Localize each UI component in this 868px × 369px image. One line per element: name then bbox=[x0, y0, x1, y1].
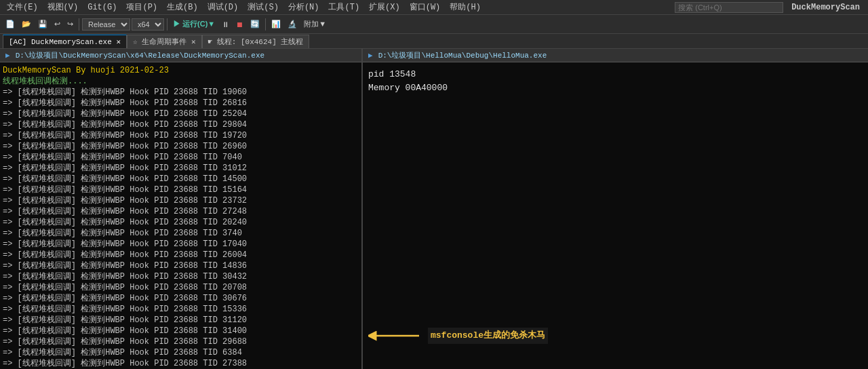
diag-button[interactable]: 🔬 bbox=[285, 18, 300, 30]
console-line: => [线程堆栈回调] 检测到HWBP Hook PID 23688 TID 3… bbox=[3, 163, 359, 174]
console-output[interactable]: DuckMemoryScan By huoji 2021-02-23线程堆栈回调… bbox=[0, 62, 361, 369]
console-line: => [线程堆栈回调] 检测到HWBP Hook PID 23688 TID 3… bbox=[3, 293, 359, 304]
console-line: => [线程堆栈回调] 检测到HWBP Hook PID 23688 TID 1… bbox=[3, 87, 359, 98]
toolbar-open[interactable]: 📂 bbox=[19, 18, 34, 30]
main-layout: ▶ D:\垃圾项目\DuckMemoryScan\x64\Release\Duc… bbox=[0, 49, 868, 369]
right-panel-titlebar: ▶ D:\垃圾项目\HelloMua\Debug\HelloMua.exe bbox=[363, 49, 868, 62]
console-line: => [线程堆栈回调] 检测到HWBP Hook PID 23688 TID 7… bbox=[3, 152, 359, 163]
search-input[interactable] bbox=[675, 2, 783, 13]
console-line: => [线程堆栈回调] 检测到HWBP Hook PID 23688 TID 2… bbox=[3, 195, 359, 206]
menu-window[interactable]: 窗口(W) bbox=[406, 0, 445, 14]
separator-3 bbox=[265, 18, 266, 31]
console-line: => [线程堆栈回调] 检测到HWBP Hook PID 23688 TID 1… bbox=[3, 130, 359, 141]
menu-analyze[interactable]: 分析(N) bbox=[284, 0, 323, 14]
toolbar-undo[interactable]: ↩ bbox=[52, 18, 63, 30]
menu-git[interactable]: Git(G) bbox=[83, 1, 121, 14]
menu-right: DuckMemoryScan bbox=[675, 2, 865, 13]
console-line: => [线程堆栈回调] 检测到HWBP Hook PID 23688 TID 2… bbox=[3, 358, 359, 369]
console-line: => [线程堆栈回调] 检测到HWBP Hook PID 23688 TID 2… bbox=[3, 250, 359, 260]
console-line: => [线程堆栈回调] 检测到HWBP Hook PID 23688 TID 2… bbox=[3, 206, 359, 217]
console-line: => [线程堆栈回调] 检测到HWBP Hook PID 23688 TID 2… bbox=[3, 282, 359, 293]
left-panel: ▶ D:\垃圾项目\DuckMemoryScan\x64\Release\Duc… bbox=[0, 49, 363, 369]
perf-button[interactable]: 📊 bbox=[269, 18, 283, 30]
menu-extensions[interactable]: 扩展(X) bbox=[365, 0, 404, 14]
separator-1 bbox=[79, 18, 79, 31]
annotation-text: msfconsole生成的免杀木马 bbox=[428, 328, 548, 344]
console-line: => [线程堆栈回调] 检测到HWBP Hook PID 23688 TID 1… bbox=[3, 239, 359, 250]
console-line: => [线程堆栈回调] 检测到HWBP Hook PID 23688 TID 2… bbox=[3, 217, 359, 228]
arrow-icon bbox=[368, 326, 422, 346]
menu-view[interactable]: 视图(V) bbox=[43, 0, 83, 14]
console-line: => [线程堆栈回调] 检测到HWBP Hook PID 23688 TID 3… bbox=[3, 315, 359, 326]
tab-thread-label: ☛ 线程: [0x4624] 主线程 bbox=[208, 37, 304, 47]
console-line: => [线程堆栈回调] 检测到HWBP Hook PID 23688 TID 2… bbox=[3, 109, 359, 119]
annotation-container: msfconsole生成的免杀木马 bbox=[368, 326, 863, 346]
pid-line: pid 13548 bbox=[368, 68, 863, 81]
tab-main[interactable]: [AC] DuckMemoryScan.exe ✕ bbox=[3, 35, 127, 48]
console-line: => [线程堆栈回调] 检测到HWBP Hook PID 23688 TID 1… bbox=[3, 174, 359, 184]
stop-button[interactable]: ⏹ bbox=[233, 19, 246, 30]
app-title-label: DuckMemoryScan bbox=[786, 3, 865, 12]
platform-dropdown[interactable]: x64 bbox=[132, 18, 164, 31]
console-line: DuckMemoryScan By huoji 2021-02-23 bbox=[3, 65, 359, 76]
console-line: => [线程堆栈回调] 检测到HWBP Hook PID 23688 TID 2… bbox=[3, 141, 359, 152]
menu-test[interactable]: 测试(S) bbox=[243, 0, 283, 14]
console-line: => [线程堆栈回调] 检测到HWBP Hook PID 23688 TID 2… bbox=[3, 119, 359, 130]
left-panel-titlebar: ▶ D:\垃圾项目\DuckMemoryScan\x64\Release\Duc… bbox=[0, 49, 361, 62]
menu-tools[interactable]: 工具(T) bbox=[324, 0, 363, 14]
console-line: => [线程堆栈回调] 检测到HWBP Hook PID 23688 TID 2… bbox=[3, 336, 359, 347]
console-line: => [线程堆栈回调] 检测到HWBP Hook PID 23688 TID 1… bbox=[3, 304, 359, 315]
console-line: => [线程堆栈回调] 检测到HWBP Hook PID 23688 TID 6… bbox=[3, 347, 359, 358]
toolbar-new[interactable]: 📄 bbox=[3, 18, 18, 30]
console-line: => [线程堆栈回调] 检测到HWBP Hook PID 23688 TID 2… bbox=[3, 98, 359, 109]
right-path: D:\垃圾项目\HelloMua\Debug\HelloMua.exe bbox=[378, 50, 547, 60]
menu-file[interactable]: 文件(E) bbox=[3, 0, 42, 14]
separator-2 bbox=[167, 18, 167, 31]
right-path-icon: ▶ bbox=[368, 51, 373, 60]
toolbar-save[interactable]: 💾 bbox=[35, 18, 50, 30]
right-panel: ▶ D:\垃圾项目\HelloMua\Debug\HelloMua.exe pi… bbox=[363, 49, 868, 369]
attach2-button[interactable]: 附加▼ bbox=[301, 18, 329, 31]
toolbar-redo[interactable]: ↪ bbox=[64, 18, 76, 30]
menu-help[interactable]: 帮助(H) bbox=[446, 0, 485, 14]
console-line: => [线程堆栈回调] 检测到HWBP Hook PID 23688 TID 3… bbox=[3, 228, 359, 239]
memory-line: Memory 00A40000 bbox=[368, 81, 863, 95]
tab-lifecycle[interactable]: ☆ 生命周期事件 ✕ bbox=[127, 35, 201, 48]
menu-build[interactable]: 生成(B) bbox=[163, 0, 202, 14]
restart-button[interactable]: 🔄 bbox=[248, 18, 262, 30]
left-path: D:\垃圾项目\DuckMemoryScan\x64\Release\DuckM… bbox=[16, 50, 264, 60]
menu-bar: 文件(E) 视图(V) Git(G) 项目(P) 生成(B) 调试(D) 测试(… bbox=[0, 0, 868, 15]
console-line: => [线程堆栈回调] 检测到HWBP Hook PID 23688 TID 1… bbox=[3, 184, 359, 195]
toolbar: 📄 📂 💾 ↩ ↪ Release x64 ▶ 运行(C)▼ ⏸ ⏹ 🔄 📊 🔬… bbox=[0, 15, 868, 34]
tab-thread[interactable]: ☛ 线程: [0x4624] 主线程 bbox=[202, 35, 310, 48]
tab-main-label: [AC] DuckMemoryScan.exe ✕ bbox=[9, 37, 121, 46]
console-line: => [线程堆栈回调] 检测到HWBP Hook PID 23688 TID 3… bbox=[3, 271, 359, 282]
console-line: => [线程堆栈回调] 检测到HWBP Hook PID 23688 TID 3… bbox=[3, 326, 359, 336]
config-dropdown[interactable]: Release bbox=[82, 18, 130, 31]
attach-button[interactable]: ⏸ bbox=[219, 19, 232, 30]
right-content: pid 13548 Memory 00A40000 msfconsole生成的免… bbox=[363, 62, 868, 369]
tab-bar: [AC] DuckMemoryScan.exe ✕ ☆ 生命周期事件 ✕ ☛ 线… bbox=[0, 34, 868, 49]
menu-debug[interactable]: 调试(D) bbox=[203, 0, 243, 14]
console-line: 线程堆栈回调检测.... bbox=[3, 76, 359, 87]
run-button[interactable]: ▶ 运行(C)▼ bbox=[170, 18, 218, 31]
path-icon: ▶ bbox=[5, 51, 10, 60]
tab-lifecycle-label: ☆ 生命周期事件 ✕ bbox=[133, 37, 195, 47]
menu-project[interactable]: 项目(P) bbox=[122, 0, 161, 14]
console-line: => [线程堆栈回调] 检测到HWBP Hook PID 23688 TID 1… bbox=[3, 260, 359, 271]
